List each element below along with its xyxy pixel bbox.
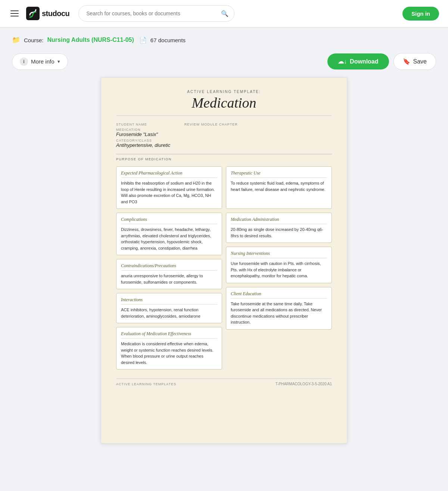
breadcrumb: 📁 Course: Nursing Adults (NURS-C11-05) 📄… (0, 27, 448, 49)
category-value: Antihypertensive, diuretic (116, 142, 170, 148)
therapeutic-card: Therapeutic Use To reduce systemic fluid… (226, 166, 332, 209)
contraindications-card-title: Contraindications/Precautions (121, 263, 217, 271)
logo-link[interactable]: studocu (26, 7, 69, 20)
doc-meta: STUDENT NAME REVIEW MODULE CHAPTER MEDIC… (116, 123, 332, 148)
client-education-card-content: Take furosemide at the same time daily. … (231, 301, 327, 325)
client-education-card-title: Client Education (231, 291, 327, 299)
info-icon: i (20, 58, 28, 66)
more-info-button[interactable]: i More info ▾ (12, 53, 68, 70)
complications-card: Complications Dizziness, drowsiness, fev… (116, 213, 222, 255)
administration-card: Medication Administration 20-80mg as sin… (226, 213, 332, 243)
search-input[interactable] (78, 5, 234, 22)
document-icon: 📄 (139, 37, 147, 44)
studocu-logo-icon (26, 7, 40, 20)
search-bar-container: 🔍 (78, 5, 234, 22)
section-title: PURPOSE OF MEDICATION (116, 154, 332, 163)
document-area: ACTIVE LEARNING TEMPLATE: Medication STU… (0, 77, 448, 458)
pharmacological-card-content: Inhibits the reabsorption of sodium and … (121, 180, 217, 205)
logo-text: studocu (42, 9, 69, 18)
pharmacological-card: Expected Pharmacological Action Inhibits… (116, 166, 222, 209)
nursing-interventions-card-title: Nursing Interventions (231, 251, 327, 258)
download-label: Download (350, 58, 378, 65)
course-link[interactable]: Nursing Adults (NURS-C11-05) (47, 37, 134, 43)
footer-page: T-PHARMACOLOGY-3-5-2020 A1 (276, 382, 332, 386)
interactions-card: Interactions ACE inhibitors, hypotension… (116, 293, 222, 323)
contraindications-card-content: anuria unresponsive to furosemide, aller… (121, 273, 217, 285)
interactions-card-content: ACE inhibitors, hypotension, renal funct… (121, 307, 217, 319)
complications-card-content: Dizziness, drowsiness, fever, headache, … (121, 226, 217, 251)
download-icon: ☁↓ (338, 58, 347, 65)
therapeutic-card-content: To reduce systemic fluid load, edema, sy… (231, 180, 327, 192)
right-column: Medication Administration 20-80mg as sin… (226, 213, 332, 370)
save-button[interactable]: 🔖 Save (393, 53, 436, 70)
medication-label: MEDICATION (116, 128, 158, 132)
save-label: Save (413, 58, 427, 65)
student-name-label: STUDENT NAME (116, 123, 147, 126)
evaluation-card-content: Medication is considered effective when … (121, 341, 217, 365)
right-action-group: ☁↓ Download 🔖 Save (327, 53, 436, 70)
client-education-card: Client Education Take furosemide at the … (226, 287, 332, 330)
folder-icon: 📁 (12, 36, 20, 44)
complications-card-title: Complications (121, 217, 217, 224)
evaluation-card-title: Evaluation of Medication Effectiveness (121, 331, 217, 339)
template-label: ACTIVE LEARNING TEMPLATE: (116, 90, 332, 94)
administration-card-title: Medication Administration (231, 217, 327, 224)
bookmark-icon: 🔖 (403, 58, 410, 65)
sign-in-button[interactable]: Sign in (402, 7, 439, 21)
download-button[interactable]: ☁↓ Download (327, 53, 389, 70)
left-column: Complications Dizziness, drowsiness, fev… (116, 213, 222, 370)
evaluation-card: Evaluation of Medication Effectiveness M… (116, 327, 222, 370)
hamburger-menu-button[interactable] (9, 9, 20, 18)
chevron-down-icon: ▾ (57, 59, 60, 64)
pharmacological-card-title: Expected Pharmacological Action (121, 170, 217, 178)
nursing-interventions-card: Nursing Interventions Use furosemide wit… (226, 247, 332, 283)
doc-header: ACTIVE LEARNING TEMPLATE: Medication (116, 90, 332, 116)
administration-card-content: 20-80mg as single dose increased by 20-4… (231, 226, 327, 239)
site-header: studocu 🔍 Sign in (0, 0, 448, 27)
purpose-grid: Expected Pharmacological Action Inhibits… (116, 166, 332, 209)
interactions-card-title: Interactions (121, 297, 217, 305)
action-bar: i More info ▾ ☁↓ Download 🔖 Save (0, 49, 448, 77)
more-info-label: More info (31, 58, 55, 65)
footer-label: ACTIVE LEARNING TEMPLATES (116, 382, 176, 386)
doc-footer: ACTIVE LEARNING TEMPLATES T-PHARMACOLOGY… (116, 379, 332, 386)
document-count: 67 documents (150, 37, 186, 43)
nursing-interventions-card-content: Use furosemide with caution in Pts. with… (231, 260, 327, 279)
breadcrumb-prefix: Course: (24, 37, 44, 43)
medication-value: Furosemide "Lasix" (116, 132, 158, 137)
therapeutic-card-title: Therapeutic Use (231, 170, 327, 178)
doc-title: Medication (116, 95, 332, 111)
category-label: CATEGORY/CLASS (116, 139, 170, 142)
contraindications-card: Contraindications/Precautions anuria unr… (116, 259, 222, 289)
document-page: ACTIVE LEARNING TEMPLATE: Medication STU… (101, 77, 347, 444)
review-module-label: REVIEW MODULE CHAPTER (184, 123, 238, 126)
lower-grid: Complications Dizziness, drowsiness, fev… (116, 213, 332, 370)
